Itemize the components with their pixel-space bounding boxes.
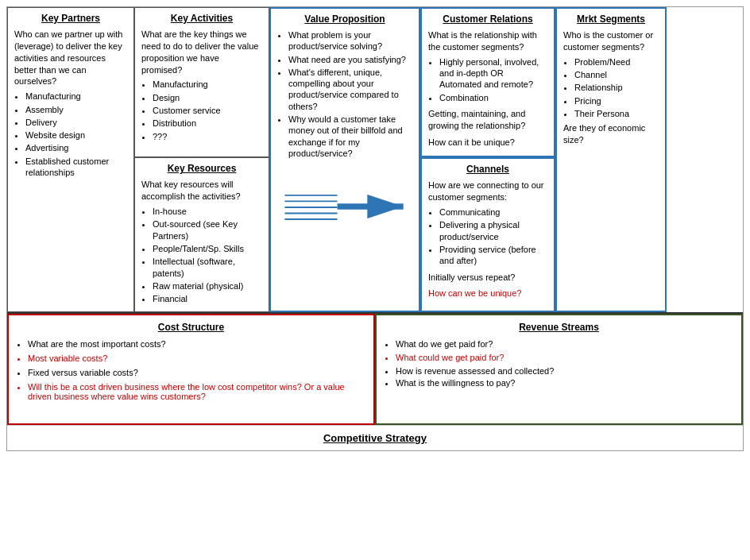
list-item: Out-sourced (see Key Partners) <box>153 218 262 241</box>
list-item: Delivering a physical product/service <box>439 219 547 242</box>
channels-q2: How can we be unique? <box>428 288 547 299</box>
cost-structure-cell: Cost Structure What are the most importa… <box>7 314 375 425</box>
competitive-strategy-section: Competitive Strategy <box>7 425 743 450</box>
list-item: Problem/Need <box>574 56 659 68</box>
list-item: Established customer relationships <box>25 156 127 179</box>
cost-structure-list: What are the most important costs? Most … <box>17 339 365 401</box>
list-item: What do we get paid for? <box>396 339 733 349</box>
list-item: Manufacturing <box>153 79 262 90</box>
list-item: Assembly <box>25 104 127 115</box>
mrkt-segments-top-list: Problem/Need Channel Relationship Pricin… <box>563 56 659 119</box>
mrkt-segments-outro: Are they of economic size? <box>563 122 659 146</box>
key-activities-intro: What are the key things we need to do to… <box>141 29 262 75</box>
mrkt-segments-title: Mrkt Segments <box>563 14 659 25</box>
list-item: Providing service (before and after) <box>439 244 547 267</box>
value-proposition-list: What problem is your product/service sol… <box>277 29 412 159</box>
revenue-streams-list: What do we get paid for? What could we g… <box>385 339 733 388</box>
list-item: Fixed versus variable costs? <box>28 368 365 377</box>
list-item: Why would a customer take money out of t… <box>288 114 412 159</box>
competitive-strategy-title: Competitive Strategy <box>323 432 427 444</box>
customer-relations-outro: Getting, maintaining, and growing the re… <box>428 108 547 132</box>
top-grid: Key Partners Who can we partner up with … <box>7 7 743 314</box>
channels-title: Channels <box>428 164 547 175</box>
value-proposition-cell: Value Proposition What problem is your p… <box>269 7 420 312</box>
list-item: Raw material (physical) <box>153 280 262 292</box>
list-item: Communicating <box>439 207 547 218</box>
list-item: What need are you satisfying? <box>288 54 412 65</box>
list-item: What could we get paid for? <box>396 353 733 362</box>
customer-relations-last: How can it be unique? <box>428 137 547 149</box>
customer-relations-cell: Customer Relations What is the relations… <box>420 7 555 157</box>
list-item: Pricing <box>574 95 659 106</box>
list-item: Combination <box>439 92 547 103</box>
list-item: What is the willingness to pay? <box>396 378 733 388</box>
key-partners-list: Manufacturing Assembly Delivery Website … <box>14 91 127 178</box>
list-item: Advertising <box>25 142 127 153</box>
key-partners-intro: Who can we partner up with (leverage) to… <box>14 29 127 87</box>
channels-intro: How are we connecting to our customer se… <box>428 180 547 203</box>
list-item: How is revenue assessed and collected? <box>396 366 733 376</box>
channels-list: Communicating Delivering a physical prod… <box>428 207 547 266</box>
customer-relations-intro: What is the relationship with the custom… <box>428 29 547 53</box>
list-item: ??? <box>153 131 262 142</box>
key-partners-title: Key Partners <box>14 13 127 24</box>
revenue-streams-title: Revenue Streams <box>385 322 733 333</box>
key-resources-title: Key Resources <box>141 163 262 174</box>
mrkt-segments-cell: Mrkt Segments Who is the customer or cus… <box>555 7 667 312</box>
list-item: In-house <box>153 206 262 217</box>
list-item: Channel <box>574 69 659 80</box>
list-item: Distribution <box>153 118 262 129</box>
customer-relations-list: Highly personal, involved, and in-depth … <box>428 56 547 103</box>
list-item: Their Persona <box>574 108 659 119</box>
list-item: Most variable costs? <box>28 353 365 363</box>
mrkt-segments-intro: Who is the customer or customer segments… <box>563 29 659 53</box>
customer-relations-title: Customer Relations <box>428 14 547 25</box>
key-resources-cell: Key Resources What key resources will ac… <box>134 157 269 312</box>
list-item: Will this be a cost driven business wher… <box>28 382 365 401</box>
arrows-icon <box>277 179 412 234</box>
list-item: Website design <box>25 129 127 141</box>
key-resources-intro: What key resources will accomplish the a… <box>141 179 262 203</box>
revenue-streams-cell: Revenue Streams What do we get paid for?… <box>375 314 743 425</box>
list-item: People/Talent/Sp. Skills <box>153 243 262 254</box>
cost-structure-title: Cost Structure <box>17 322 365 333</box>
list-item: Manufacturing <box>25 91 127 102</box>
list-item: Financial <box>153 293 262 304</box>
channels-q1: Initially versus repeat? <box>428 272 547 284</box>
list-item: Highly personal, involved, and in-depth … <box>439 56 547 91</box>
list-item: What's different, unique, compelling abo… <box>288 67 412 112</box>
key-activities-cell: Key Activities What are the key things w… <box>134 7 269 157</box>
key-partners-cell: Key Partners Who can we partner up with … <box>7 7 134 312</box>
value-proposition-title: Value Proposition <box>277 14 412 25</box>
list-item: What problem is your product/service sol… <box>288 29 412 52</box>
list-item: Customer service <box>153 105 262 116</box>
list-item: Relationship <box>574 82 659 93</box>
list-item: Intellectual (software, patents) <box>153 256 262 279</box>
list-item: What are the most important costs? <box>28 339 365 349</box>
arrows-container <box>277 175 412 238</box>
list-item: Design <box>153 92 262 103</box>
channels-cell: Channels How are we connecting to our cu… <box>420 157 555 312</box>
bottom-grid: Cost Structure What are the most importa… <box>7 314 743 425</box>
business-model-canvas: Key Partners Who can we partner up with … <box>6 6 744 451</box>
key-activities-list: Manufacturing Design Customer service Di… <box>141 79 262 141</box>
list-item: Delivery <box>25 117 127 128</box>
key-activities-title: Key Activities <box>141 13 262 24</box>
key-resources-list: In-house Out-sourced (see Key Partners) … <box>141 206 262 304</box>
